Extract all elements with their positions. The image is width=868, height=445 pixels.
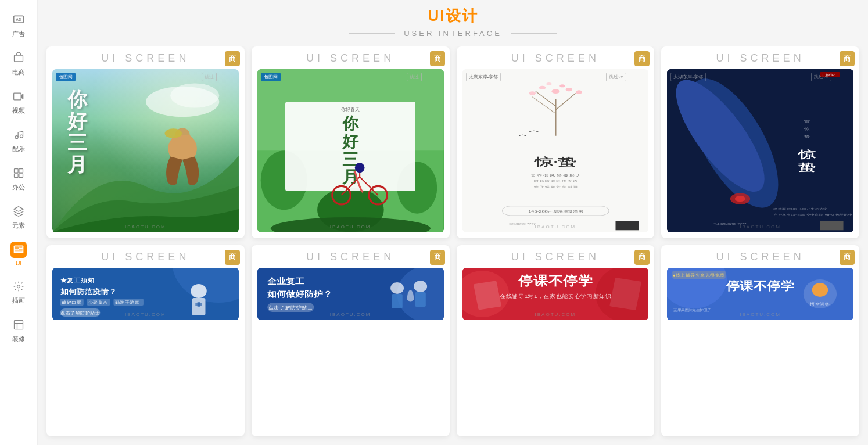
card-2-watermark: IBAOTU.COM xyxy=(330,224,371,229)
card-3-badge: 商 xyxy=(634,51,650,66)
svg-point-82 xyxy=(191,284,206,298)
card-6-label: UI SCREEN xyxy=(252,245,450,268)
svg-text:如何做好防护？: 如何做好防护？ xyxy=(267,289,332,298)
sidebar-item-ui[interactable]: UI xyxy=(0,236,37,272)
svg-rect-14 xyxy=(15,250,22,252)
divider-left xyxy=(349,33,395,34)
element-icon xyxy=(10,203,27,220)
sidebar-item-office[interactable]: 办公 xyxy=(0,159,37,198)
svg-point-57 xyxy=(735,196,745,202)
card-4-label: UI SCREEN xyxy=(661,46,859,69)
card-grid: UI SCREEN 商 你好 xyxy=(38,46,868,445)
card-1-image: 你好三月 包图网 跳过 IBAOTU.COM xyxy=(52,69,239,232)
card-3-pass: 跳过25 xyxy=(606,73,626,81)
ui-icon xyxy=(10,242,27,258)
sidebar-item-video[interactable]: 视频 xyxy=(0,82,37,121)
card-5-watermark: IBAOTU.COM xyxy=(125,312,166,317)
card-6[interactable]: UI SCREEN 商 企业复工 如何做好防护？ 点击了解防护贴士 xyxy=(252,245,450,437)
svg-text:一: 一 xyxy=(804,111,810,114)
card-6-watermark: IBAOTU.COM xyxy=(330,312,371,317)
sidebar-item-decor[interactable]: 装修 xyxy=(0,311,37,349)
svg-rect-7 xyxy=(19,169,23,173)
sidebar-item-ad[interactable]: AD 广告 xyxy=(0,6,37,44)
svg-text:户户享有15~35㎡空中庭院 VIP火热登记中: 户户享有15~35㎡空中庭院 VIP火热登记中 xyxy=(774,213,853,216)
svg-text:悟空问答: 悟空问答 xyxy=(810,302,830,306)
svg-rect-102 xyxy=(609,277,641,310)
svg-rect-2 xyxy=(15,55,23,62)
svg-rect-13 xyxy=(19,249,23,250)
card-6-badge: 商 xyxy=(430,250,445,265)
svg-text:蛰: 蛰 xyxy=(804,135,810,138)
svg-rect-93 xyxy=(392,294,402,308)
ecommerce-icon xyxy=(10,50,27,66)
video-icon xyxy=(10,88,27,105)
page-title-en: USER INTERFACE xyxy=(404,29,502,38)
sidebar: AD 广告 电商 视频 配乐 办公 元素 UI xyxy=(0,0,38,445)
card-4-image: 一 雷 惊 蛰 惊 蛰 惊蛰 建筑面积107~160㎡生态大宅 户户享有15~3… xyxy=(667,69,853,232)
svg-text:点击了解防护贴士: 点击了解防护贴士 xyxy=(268,304,313,310)
svg-text:在线辅导1对1，在家也能安心学习新知识: 在线辅导1对1，在家也能安心学习新知识 xyxy=(500,293,612,299)
card-3[interactable]: UI SCREEN 商 xyxy=(457,46,655,238)
card-8-badge: 商 xyxy=(840,250,855,265)
svg-rect-16 xyxy=(15,321,23,329)
card-1-text: 你好三月 xyxy=(67,89,87,176)
page-title-cn: UI设计 xyxy=(38,6,868,26)
svg-rect-95 xyxy=(415,292,425,307)
card-7-label: UI SCREEN xyxy=(457,245,655,268)
card-2[interactable]: UI SCREEN 商 xyxy=(252,46,450,238)
card-2-pass: 跳过 xyxy=(407,73,422,81)
card-1[interactable]: UI SCREEN 商 你好 xyxy=(46,46,245,238)
card-8-label: UI SCREEN xyxy=(661,245,859,268)
svg-text:AD: AD xyxy=(16,17,21,21)
sidebar-item-ecommerce[interactable]: 电商 xyxy=(0,44,37,82)
card-4[interactable]: UI SCREEN 商 一 雷 惊 xyxy=(661,46,859,238)
svg-rect-9 xyxy=(19,174,23,178)
svg-text:少聚集合: 少聚集合 xyxy=(88,300,108,304)
ad-icon: AD xyxy=(10,12,27,28)
card-7-image: 停课不停学 在线辅导1对1，在家也能安心学习新知识 IBAOTU.COM xyxy=(462,268,649,320)
svg-text:雷: 雷 xyxy=(804,120,810,124)
svg-text:惊: 惊 xyxy=(798,149,816,160)
page-title-divider: USER INTERFACE xyxy=(38,29,868,38)
svg-rect-85 xyxy=(195,303,202,306)
svg-text:停课不停学: 停课不停学 xyxy=(518,274,593,288)
card-5[interactable]: UI SCREEN 商 ★复工须知 如何防范疫情？ 戴好口罩 少聚集合 xyxy=(46,245,245,437)
svg-point-20 xyxy=(165,128,182,138)
svg-text:蜂 飞 蝶 舞 芳 草 斜 阳: 蜂 飞 蝶 舞 芳 草 斜 阳 xyxy=(533,185,577,188)
svg-point-34 xyxy=(551,89,559,94)
card-7-watermark: IBAOTU.COM xyxy=(535,312,576,317)
svg-point-5 xyxy=(20,135,23,138)
card-8[interactable]: UI SCREEN 商 ●线上辅导先来先得免费 停课不停学 xyxy=(661,245,859,437)
card-7[interactable]: UI SCREEN 商 停课不停学 在线辅导1对1，在家也能安心学习新知识 xyxy=(457,245,655,437)
svg-point-37 xyxy=(546,82,551,85)
svg-text:勤洗手消毒: 勤洗手消毒 xyxy=(115,300,140,304)
card-5-image: ★复工须知 如何防范疫情？ 戴好口罩 少聚集合 勤洗手消毒 点击了解防护贴士 xyxy=(52,268,239,320)
card-4-badge: 商 xyxy=(840,51,855,66)
svg-point-36 xyxy=(565,88,572,91)
office-icon xyxy=(10,165,27,181)
painting-icon xyxy=(10,278,27,295)
card-1-badge: 商 xyxy=(225,51,240,66)
card-8-watermark: IBAOTU.COM xyxy=(740,312,781,317)
card-2-badge: 商 xyxy=(430,51,445,66)
svg-point-39 xyxy=(529,91,535,95)
svg-point-35 xyxy=(539,86,545,89)
sidebar-item-label-ad: 广告 xyxy=(12,30,25,38)
svg-text:如何防范疫情？: 如何防范疫情？ xyxy=(60,287,117,295)
card-7-badge: 商 xyxy=(634,250,650,265)
divider-right xyxy=(511,33,557,34)
sidebar-item-label-decor: 装修 xyxy=(12,335,25,343)
sidebar-item-music[interactable]: 配乐 xyxy=(0,121,37,159)
svg-text:建筑面积107~160㎡生态大宅: 建筑面积107~160㎡生态大宅 xyxy=(773,207,828,210)
svg-text:企业复工: 企业复工 xyxy=(267,276,304,285)
sidebar-item-element[interactable]: 元素 xyxy=(0,198,37,236)
svg-text:●线上辅导先来先得免费: ●线上辅导先来先得免费 xyxy=(673,272,725,277)
card-2-image: 你好春天 你好三月 包图网 跳过 xyxy=(257,69,444,232)
sidebar-item-painting[interactable]: 插画 xyxy=(0,272,37,311)
card-5-badge: 商 xyxy=(225,250,240,265)
svg-text:惊: 惊 xyxy=(804,127,810,131)
sidebar-item-label-music: 配乐 xyxy=(12,145,25,153)
svg-text:蛰: 蛰 xyxy=(798,163,816,173)
card-8-image: ●线上辅导先来先得免费 停课不停学 悟空问答 蓝果果图片先生护卫子 IBAOTU… xyxy=(667,268,853,320)
svg-text:停课不停学: 停课不停学 xyxy=(726,279,794,292)
